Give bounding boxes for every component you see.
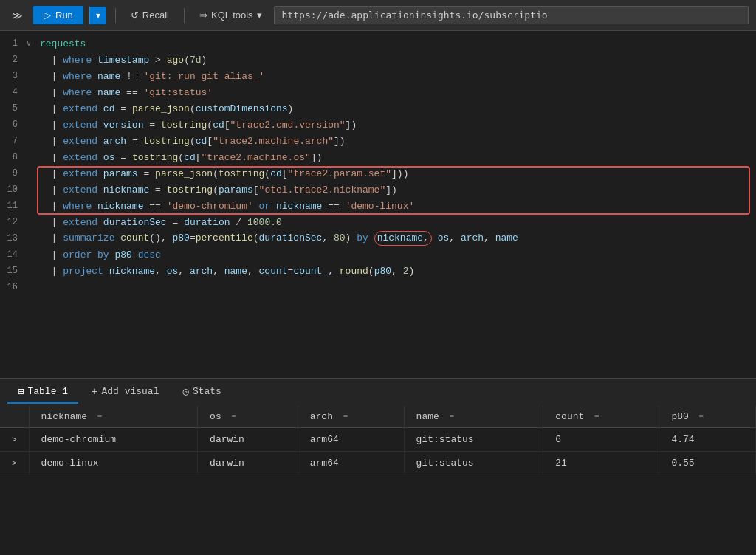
results-table: nickname ≡ os ≡ arch ≡ name ≡ count ≡ bbox=[0, 406, 756, 475]
kql-icon: ⇒ bbox=[199, 10, 207, 21]
tab-add-visual[interactable]: + Add visual bbox=[81, 382, 169, 404]
cell-count: 21 bbox=[543, 452, 659, 475]
col-menu-icon[interactable]: ≡ bbox=[343, 413, 348, 421]
code-line-3: 3 | where name != 'git:_run_git_alias_' bbox=[0, 68, 756, 84]
line-content: | summarize count(), p80=percentile(dura… bbox=[37, 231, 756, 246]
line-number: 10 bbox=[0, 185, 27, 195]
add-icon: + bbox=[92, 386, 97, 398]
line-content: | extend os = tostring(cd["trace2.machin… bbox=[37, 152, 756, 163]
recall-label: Recall bbox=[142, 10, 169, 21]
tab-table1-label: Table 1 bbox=[27, 386, 68, 397]
cell-p80: 4.74 bbox=[659, 428, 756, 452]
table-body: > demo-chromium darwin arm64 git:status … bbox=[0, 428, 756, 475]
cell-os: darwin bbox=[198, 452, 298, 475]
code-line-9: 9 | extend params = parse_json(tostring(… bbox=[0, 165, 756, 182]
table-header: nickname ≡ os ≡ arch ≡ name ≡ count ≡ bbox=[0, 406, 756, 428]
col-nickname-label: nickname bbox=[41, 411, 87, 422]
line-number: 2 bbox=[0, 55, 27, 65]
kql-label: KQL tools bbox=[211, 10, 253, 21]
recall-button[interactable]: ↺ Recall bbox=[125, 7, 175, 24]
col-menu-icon[interactable]: ≡ bbox=[594, 413, 599, 421]
chevron-right-icon: ≫ bbox=[12, 10, 23, 21]
line-content: | order by p80 desc bbox=[37, 249, 756, 261]
results-area: nickname ≡ os ≡ arch ≡ name ≡ count ≡ bbox=[0, 406, 756, 475]
tabs-bar: ⊞ Table 1 + Add visual ◎ Stats bbox=[0, 378, 756, 406]
line-content: | where timestamp > ago(7d) bbox=[37, 55, 756, 66]
line-content: | extend cd = parse_json(customDimension… bbox=[37, 103, 756, 114]
code-line-11: 11 | where nickname == 'demo-chromium' o… bbox=[0, 198, 756, 214]
line-content: | extend version = tostring(cd["trace2.c… bbox=[37, 120, 756, 131]
col-p80-label: p80 bbox=[671, 411, 688, 422]
code-line-2: 2 | where timestamp > ago(7d) bbox=[0, 52, 756, 68]
collapse-arrow[interactable]: ∨ bbox=[27, 39, 37, 48]
line-number: 1 bbox=[0, 38, 27, 49]
line-number: 8 bbox=[0, 152, 27, 162]
code-line-8: 8 | extend os = tostring(cd["trace2.mach… bbox=[0, 149, 756, 165]
table-row: > demo-linux darwin arm64 git:status 21 … bbox=[0, 452, 756, 475]
code-line-15: 15 | project nickname, os, arch, name, c… bbox=[0, 263, 756, 279]
cell-arch: arm64 bbox=[298, 428, 404, 452]
tab-table1[interactable]: ⊞ Table 1 bbox=[7, 381, 78, 404]
editor-area: 1 ∨ requests 2 | where timestamp > ago(7… bbox=[0, 31, 756, 378]
line-content: | project nickname, os, arch, name, coun… bbox=[37, 266, 756, 277]
code-lines: 1 ∨ requests 2 | where timestamp > ago(7… bbox=[0, 31, 756, 300]
kql-tools-button[interactable]: ⇒ KQL tools ▾ bbox=[193, 7, 268, 24]
col-nickname[interactable]: nickname ≡ bbox=[29, 406, 197, 428]
cell-name: git:status bbox=[404, 428, 543, 452]
cell-p80: 0.55 bbox=[659, 452, 756, 475]
cell-os: darwin bbox=[198, 428, 298, 452]
dropdown-icon: ▾ bbox=[96, 10, 100, 21]
row-expand-btn[interactable]: > bbox=[0, 428, 29, 452]
line-number: 9 bbox=[0, 168, 27, 179]
line-number: 11 bbox=[0, 201, 27, 211]
line-number: 5 bbox=[0, 103, 27, 114]
col-name-label: name bbox=[416, 411, 439, 422]
col-name[interactable]: name ≡ bbox=[404, 406, 543, 428]
toolbar: ≫ ▷ Run ▾ ↺ Recall ⇒ KQL tools ▾ bbox=[0, 0, 756, 31]
line-number: 14 bbox=[0, 249, 27, 260]
tab-stats-label: Stats bbox=[193, 386, 221, 397]
code-line-4: 4 | where name == 'git:status' bbox=[0, 84, 756, 100]
col-menu-icon[interactable]: ≡ bbox=[232, 413, 237, 421]
line-content: | extend nickname = tostring(params["ote… bbox=[37, 185, 756, 196]
code-line-7: 7 | extend arch = tostring(cd["trace2.ma… bbox=[0, 133, 756, 149]
code-line-16: 16 bbox=[0, 279, 756, 295]
line-content: requests bbox=[37, 38, 756, 49]
separator2 bbox=[184, 8, 185, 23]
url-bar[interactable] bbox=[274, 6, 749, 24]
line-number: 13 bbox=[0, 233, 27, 244]
run-dropdown-button[interactable]: ▾ bbox=[89, 7, 106, 24]
expand-button[interactable]: ≫ bbox=[7, 7, 27, 24]
code-line-6: 6 | extend version = tostring(cd["trace2… bbox=[0, 117, 756, 133]
col-menu-icon[interactable]: ≡ bbox=[97, 413, 103, 421]
table-row: > demo-chromium darwin arm64 git:status … bbox=[0, 428, 756, 452]
line-number: 7 bbox=[0, 136, 27, 146]
code-line-10: 10 | extend nickname = tostring(params["… bbox=[0, 182, 756, 198]
expand-col-header bbox=[0, 406, 29, 428]
line-number: 3 bbox=[0, 71, 27, 81]
col-arch-label: arch bbox=[310, 411, 333, 422]
col-count-label: count bbox=[555, 411, 584, 422]
code-line-13: 13 | summarize count(), p80=percentile(d… bbox=[0, 230, 756, 247]
cell-count: 6 bbox=[543, 428, 659, 452]
stats-icon: ◎ bbox=[182, 385, 188, 398]
run-label: Run bbox=[55, 10, 73, 21]
code-line-1: 1 ∨ requests bbox=[0, 35, 756, 52]
col-os[interactable]: os ≡ bbox=[198, 406, 298, 428]
row-expand-btn[interactable]: > bbox=[0, 452, 29, 475]
col-arch[interactable]: arch ≡ bbox=[298, 406, 404, 428]
col-p80[interactable]: p80 ≡ bbox=[659, 406, 756, 428]
col-count[interactable]: count ≡ bbox=[543, 406, 659, 428]
separator bbox=[115, 8, 116, 23]
code-line-5: 5 | extend cd = parse_json(customDimensi… bbox=[0, 100, 756, 117]
kql-dropdown-icon: ▾ bbox=[257, 10, 262, 21]
col-menu-icon[interactable]: ≡ bbox=[699, 413, 704, 421]
line-number: 4 bbox=[0, 87, 27, 97]
run-button[interactable]: ▷ Run bbox=[33, 6, 83, 24]
table-icon: ⊞ bbox=[18, 385, 24, 398]
line-content: | where name != 'git:_run_git_alias_' bbox=[37, 71, 756, 82]
cell-nickname: demo-chromium bbox=[29, 428, 197, 452]
line-number: 15 bbox=[0, 266, 27, 276]
col-menu-icon[interactable]: ≡ bbox=[450, 413, 455, 421]
tab-stats[interactable]: ◎ Stats bbox=[172, 381, 231, 404]
